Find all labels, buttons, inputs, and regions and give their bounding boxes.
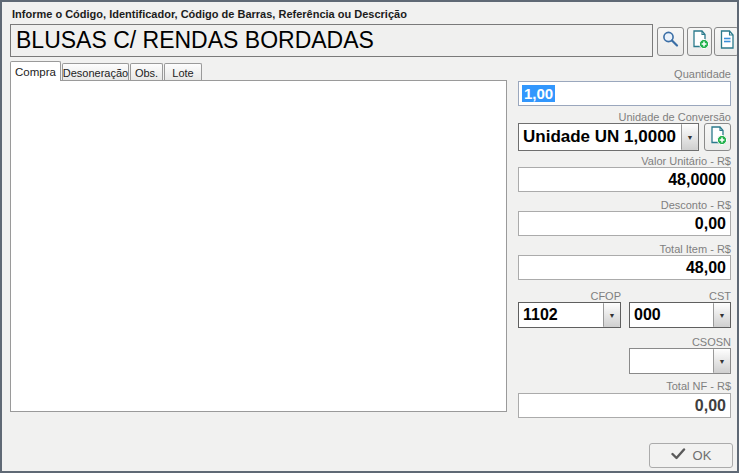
new-document-icon [708,125,728,150]
cst-label: CST [629,290,731,302]
search-icon [661,30,680,53]
tab-compra[interactable]: Compra [10,61,61,81]
selected-text: 1,00 [522,85,555,102]
check-icon [671,448,686,463]
quantidade-input[interactable]: 1,00 [518,81,731,106]
chevron-down-icon[interactable]: ▼ [713,349,730,373]
total-item-label: Total Item - R$ [518,243,731,255]
search-button[interactable] [657,27,684,56]
compra-tab-panel [10,80,507,412]
total-nf-label: Total NF - R$ [518,380,731,392]
valor-unitario-label: Valor Unitário - R$ [518,155,731,167]
csosn-select[interactable]: ▼ [629,348,731,374]
chevron-down-icon[interactable]: ▼ [603,303,620,327]
product-entry-dialog: Informe o Código, Identificador, Código … [0,0,739,473]
ok-button-label: OK [693,448,712,463]
cfop-label: CFOP [518,290,621,302]
document-text-icon [717,29,737,54]
product-search-input[interactable]: BLUSAS C/ RENDAS BORDADAS [10,24,653,57]
desconto-input[interactable]: 0,00 [518,211,731,236]
chevron-down-icon[interactable]: ▼ [681,124,698,150]
total-nf-input[interactable]: 0,00 [518,393,731,418]
add-unit-button[interactable] [704,123,731,151]
cst-select[interactable]: 000 ▼ [629,302,731,328]
document-text-button[interactable] [714,27,739,56]
new-document-button[interactable] [687,27,712,56]
chevron-down-icon[interactable]: ▼ [713,303,730,327]
new-document-icon [690,29,710,54]
unidade-conversao-label: Unidade de Conversão [518,111,731,123]
unidade-conversao-select[interactable]: Unidade UN 1,0000 ▼ [518,123,699,151]
ok-button[interactable]: OK [649,443,733,468]
valor-unitario-input[interactable]: 48,0000 [518,167,731,192]
product-title: BLUSAS C/ RENDAS BORDADAS [16,27,374,54]
tab-desoneracao[interactable]: Desoneração [62,63,129,81]
tab-obs[interactable]: Obs. [130,63,163,81]
quantidade-label: Quantidade [518,68,731,80]
tab-lote[interactable]: Lote [164,63,202,81]
desconto-label: Desconto - R$ [518,199,731,211]
hint-label: Informe o Código, Identificador, Código … [12,8,407,20]
csosn-label: CSOSN [629,336,731,348]
total-item-input[interactable]: 48,00 [518,255,731,280]
cfop-select[interactable]: 1102 ▼ [518,302,621,328]
